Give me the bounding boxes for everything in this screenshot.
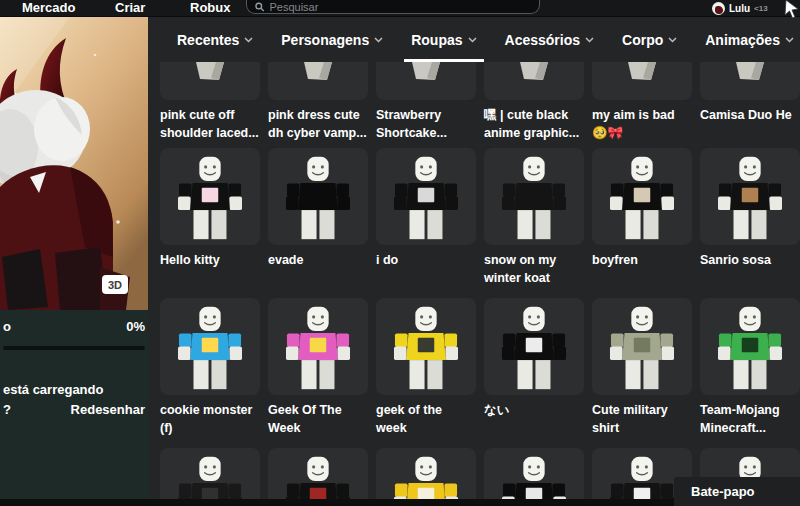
username: Lulu [729,3,750,14]
item-label: Team-Mojang Minecraft... [700,401,800,437]
item-card: Cute military shirt [592,298,692,437]
item-label: Strawberry Shortcake... [376,106,476,142]
item-card: Sanrio sosa [700,148,800,287]
item-thumbnail[interactable] [160,298,260,395]
item-label: evade [268,251,368,287]
chat-label: Bate-papo [691,484,755,499]
top-nav: Mercado Criar Robux Lulu <13 [0,0,800,17]
item-label: Geek Of The Week [268,401,368,437]
item-thumbnail[interactable] [268,62,368,100]
3d-toggle-button[interactable]: 3D [102,275,128,294]
mannequin-figure [160,298,260,395]
item-thumbnail[interactable] [268,448,368,506]
item-card [376,448,476,506]
item-thumbnail[interactable] [268,298,368,395]
tab-label: Animações [705,32,780,48]
item-thumbnail[interactable] [700,148,800,245]
tab-animações[interactable]: Animações [698,17,800,62]
search-icon [255,2,264,12]
chevron-down-icon [374,37,383,43]
grid-row: pink cute off shoulder laced... pink dre… [160,62,800,142]
question-fragment: ? [3,402,11,417]
avatar-portrait: 3D [0,17,148,310]
tab-label: Roupas [411,32,462,48]
item-thumbnail[interactable] [484,62,584,100]
chat-bar[interactable]: Bate-papo [674,477,800,506]
nav-item-criar[interactable]: Criar [115,0,145,16]
item-label: snow on my winter koat [484,251,584,287]
shirt-bottom-figure [592,62,692,100]
item-card: pink dress cute dh cyber vamp... [268,62,368,142]
tab-acessórios[interactable]: Acessórios [498,17,601,62]
item-thumbnail[interactable] [160,448,260,506]
item-label: Cute military shirt [592,401,692,437]
mannequin-figure [376,448,476,506]
item-thumbnail[interactable] [484,148,584,245]
progress-bar [3,346,145,350]
redraw-button[interactable]: Redesenhar [71,402,145,417]
item-thumbnail[interactable] [592,298,692,395]
item-label: pink cute off shoulder laced... [160,106,260,142]
item-label: Sanrio sosa [700,251,800,287]
item-card: Hello kitty [160,148,260,287]
item-card [160,448,260,506]
tab-corpo[interactable]: Corpo [615,17,684,62]
item-card: Geek Of The Week [268,298,368,437]
item-label: pink dress cute dh cyber vamp... [268,106,368,142]
mannequin-figure [484,298,584,395]
item-label: i do [376,251,476,287]
shirt-bottom-figure [376,62,476,100]
item-label: my aim is bad 🥺🎀 [592,106,692,142]
tab-personagens[interactable]: Personagens [274,17,390,62]
tab-recentes[interactable]: Recentes [170,17,260,62]
item-card: ない [484,298,584,437]
item-thumbnail[interactable] [700,62,800,100]
grid-row: cookie monster (f) Geek Of The Week [160,298,800,437]
mannequin-figure [376,148,476,245]
mannequin-figure [268,448,368,506]
nav-item-robux[interactable]: Robux [190,0,230,16]
mannequin-figure [268,298,368,395]
item-thumbnail[interactable] [592,62,692,100]
item-thumbnail[interactable] [376,448,476,506]
item-thumbnail[interactable] [376,148,476,245]
catalog-main: Recentes Personagens Roupas Acessórios C… [148,17,800,506]
item-thumbnail[interactable] [160,62,260,100]
nav-item-mercado[interactable]: Mercado [22,0,75,16]
item-thumbnail[interactable] [376,298,476,395]
item-label: Camisa Duo He [700,106,800,142]
chevron-down-icon [468,37,477,43]
grid-row: Hello kitty evade i do [160,148,800,287]
item-label: 嘿 | cute black anime graphic... [484,106,584,142]
avatar [712,2,725,15]
item-card: Strawberry Shortcake... [376,62,476,142]
tab-label: Personagens [281,32,369,48]
search-input[interactable] [269,1,531,13]
mannequin-figure [592,148,692,245]
chevron-down-icon [244,37,253,43]
item-card: geek of the week [376,298,476,437]
item-thumbnail[interactable] [484,448,584,506]
progress-percent: 0% [126,319,145,334]
cutoff-label-fragment: o [3,319,11,334]
item-card: i do [376,148,476,287]
item-label: geek of the week [376,401,476,437]
item-card: Team-Mojang Minecraft... [700,298,800,437]
item-label: cookie monster (f) [160,401,260,437]
item-thumbnail[interactable] [160,148,260,245]
mannequin-figure [268,148,368,245]
item-card: evade [268,148,368,287]
mannequin-figure [484,448,584,506]
item-thumbnail[interactable] [376,62,476,100]
tab-roupas[interactable]: Roupas [404,17,483,62]
items-grid: pink cute off shoulder laced... pink dre… [148,62,800,506]
search-bar[interactable] [246,0,540,14]
item-thumbnail[interactable] [700,298,800,395]
item-label: ない [484,401,584,437]
item-card: Camisa Duo He [700,62,800,142]
user-menu[interactable]: Lulu <13 [712,0,768,16]
item-thumbnail[interactable] [484,298,584,395]
avatar-render [0,17,148,310]
item-thumbnail[interactable] [592,148,692,245]
item-thumbnail[interactable] [268,148,368,245]
